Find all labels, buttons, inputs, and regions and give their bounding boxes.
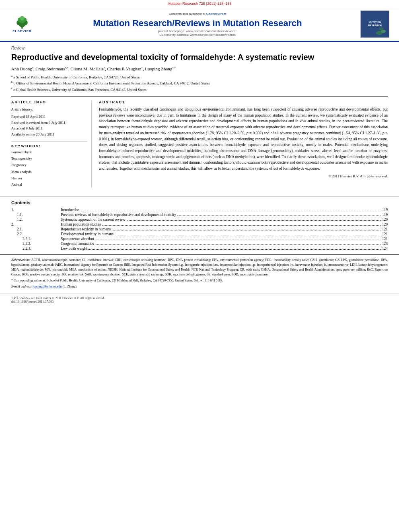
allow-word: allow (204, 166, 213, 170)
journal-bar: Mutation Research 728 (2011) 118–138 (0, 0, 399, 7)
toc-page-2-2-3: 124 (382, 246, 388, 251)
abstract-paragraph: Formaldehyde, the recently classified ca… (99, 107, 388, 172)
copyright-line: © 2011 Elsevier B.V. All rights reserved… (99, 174, 388, 178)
journal-thumbnail: MUTATIONRESEARCH (360, 10, 389, 38)
toc-row-2-2-2: 2.2.2. Congenital anomalies 123 (11, 241, 388, 246)
author-sup-c: c (142, 66, 143, 69)
journal-citation: Mutation Research 728 (2011) 118–138 (167, 2, 231, 6)
toc-label-1: Introduction (61, 208, 80, 212)
toc-page-1: 119 (382, 208, 388, 212)
toc-label-2-2-2: Congenital anomalies (61, 242, 94, 246)
keyword-6: Animal (11, 181, 87, 188)
science-direct-link[interactable]: ScienceDirect (206, 12, 226, 16)
authors-line: Anh Duonga, Craig Steinmausa,b, Cliona M… (11, 66, 388, 72)
journal-title: Mutation Research/Reviews in Mutation Re… (93, 18, 302, 29)
footer-bar: 1383-5742/$ – see front matter © 2011 El… (0, 294, 399, 305)
affiliations: a a School of Public Health, University … (11, 74, 388, 93)
toc-page-2-2: 121 (382, 232, 388, 236)
toc-fill-2-2-1 (95, 240, 380, 240)
footer-issn: 1383-5742/$ – see front matter © 2011 El… (11, 296, 388, 304)
keyword-2: Teratogenicity (11, 155, 87, 162)
keyword-1: Formaldehyde (11, 149, 87, 155)
email-link[interactable]: luoping@berkeley.edu (33, 285, 62, 288)
article-info-heading: ARTICLE INFO (11, 100, 87, 104)
toc-row-2-2-3: 2.2.3. Low birth weight 124 (11, 246, 388, 251)
journal-thumbnail-area: MUTATIONRESEARCH (359, 10, 391, 38)
toc-entry-1: Introduction 119 (61, 207, 388, 212)
author-sup-ab: a,b (65, 66, 68, 69)
issn-line: 1383-5742/$ – see front matter © 2011 El… (11, 296, 105, 300)
thumb-decoration-icon (375, 26, 387, 36)
article-info-column: ARTICLE INFO Article history: Received 1… (11, 100, 92, 188)
corresponding-author: * Corresponding author at: School of Pub… (11, 278, 388, 283)
info-abstract-columns: ARTICLE INFO Article history: Received 1… (11, 97, 388, 188)
abbr-label: Abbreviations: (11, 258, 30, 262)
toc-label-2-2-3: Low birth weight (61, 246, 87, 251)
toc-label-2: Human population studies (61, 222, 101, 226)
toc-entry-2-2-1: Spontaneous abortion 121 (61, 236, 388, 241)
toc-label-1-1: Previous reviews of formaldehyde reprodu… (61, 213, 176, 217)
toc-entry-2-1: Reproductive toxicity in humans 121 (61, 227, 388, 232)
toc-page-1-2: 120 (382, 218, 388, 222)
keyword-list: Formaldehyde Teratogenicity Pregnancy Me… (11, 149, 87, 188)
toc-row-1: 1. Introduction 119 (11, 207, 388, 212)
keywords-section: Keywords: Formaldehyde Teratogenicity Pr… (11, 141, 87, 188)
toc-entry-2-2-2: Congenital anomalies 123 (61, 241, 388, 246)
affil-sup-a: a (11, 74, 12, 78)
homepage-line: journal homepage: www.elsevier.com/locat… (158, 29, 237, 33)
author-sup-a: a (32, 66, 33, 69)
section-divider (0, 197, 399, 197)
available-date: Available online 20 July 2011 (11, 131, 87, 137)
email-address: E-mail address: luoping@berkeley.edu (L.… (11, 284, 388, 289)
received-revised-date: Received in revised form 9 July 2011 (11, 120, 87, 125)
toc-num-2-2-1: 2.2.1. (11, 236, 61, 241)
abstract-column: ABSTRACT Formaldehyde, the recently clas… (99, 100, 388, 188)
toc-row-1-1: 1.1. Previous reviews of formaldehyde re… (11, 212, 388, 217)
footnotes-section: Abbreviations: ACTH, adrenocorticotropin… (0, 254, 399, 294)
toc-num-2-2-3: 2.2.3. (11, 246, 61, 251)
journal-homepage: journal homepage: www.elsevier.com/locat… (158, 29, 237, 37)
svg-point-7 (20, 16, 24, 21)
toc-num-1-2: 1.2. (11, 217, 61, 222)
toc-num-1: 1. (11, 207, 61, 212)
page: Mutation Research 728 (2011) 118–138 ELS… (0, 0, 399, 532)
affil-sup-c: c (11, 87, 12, 90)
elsevier-wordmark: ELSEVIER (12, 29, 32, 33)
toc-table: 1. Introduction 119 1.1. Previous (11, 207, 388, 251)
abbreviations: Abbreviations: ACTH, adrenocorticotropin… (11, 258, 388, 277)
toc-label-2-1: Reproductive toxicity in humans (61, 227, 111, 231)
author-sup-astar: a,* (172, 66, 175, 69)
elsevier-tree-icon (14, 15, 30, 29)
toc-page-2-1: 121 (382, 227, 388, 231)
toc-page-2-2-1: 121 (382, 237, 388, 241)
toc-row-2-1: 2.1. Reproductive toxicity in humans 121 (11, 227, 388, 232)
received-date: Received 18 April 2011 (11, 114, 87, 119)
article-type-label: Review (11, 46, 388, 50)
svg-point-10 (379, 27, 383, 31)
toc-row-1-2: 1.2. Systematic approach of the current … (11, 217, 388, 222)
elsevier-logo-area: ELSEVIER (8, 10, 36, 38)
toc-fill-1-2 (127, 220, 381, 221)
toc-num-2-2-2: 2.2.2. (11, 241, 61, 246)
contents-section: Contents 1. Introduction 119 1. (0, 200, 399, 251)
toc-num-1-1: 1.1. (11, 212, 61, 217)
toc-entry-2-2-3: Low birth weight 124 (61, 246, 388, 251)
toc-label-2-2-1: Spontaneous abortion (61, 237, 94, 241)
toc-num-2-2: 2.2. (11, 232, 61, 236)
toc-entry-2-2: Developmental toxicity in humans 121 (61, 232, 388, 236)
keyword-4: Meta-analysis (11, 168, 87, 175)
email-label: E-mail address: (11, 285, 32, 288)
toc-label-1-2: Systematic approach of the current revie… (61, 218, 125, 222)
doi-line: doi:10.1016/j.mrrev.2011.07.003 (11, 300, 53, 304)
toc-entry-2: Human population studies 120 (61, 222, 388, 227)
toc-fill-2-2 (115, 235, 381, 235)
author-sup-a2: a (104, 66, 105, 69)
keyword-5: Human (11, 175, 87, 181)
keywords-heading: Keywords: (11, 144, 87, 148)
toc-label-2-2: Developmental toxicity in humans (61, 232, 113, 236)
toc-row-2: 2. Human population studies 120 (11, 222, 388, 227)
toc-fill-2 (102, 225, 381, 226)
accepted-date: Accepted 9 July 2011 (11, 125, 87, 131)
affil-a: a a School of Public Health, University … (11, 74, 388, 80)
toc-fill-2-2-2 (95, 244, 380, 245)
